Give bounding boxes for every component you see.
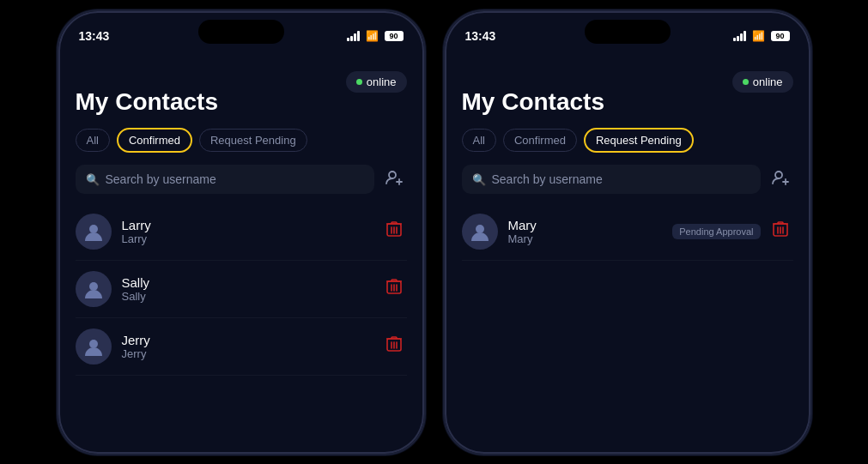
search-placeholder-2: Search by username — [492, 172, 603, 186]
online-text-2: online — [753, 75, 783, 88]
battery-1: 90 — [385, 31, 404, 41]
online-text-1: online — [367, 75, 397, 88]
online-badge-1: online — [346, 71, 407, 93]
wifi-icon-2: 📶 — [752, 30, 765, 42]
online-badge-2: online — [732, 71, 793, 93]
dynamic-island-2 — [585, 20, 671, 44]
tab-confirmed-1[interactable]: Confirmed — [117, 128, 192, 153]
pending-approval-badge: Pending Approval — [672, 224, 760, 239]
contact-info-jerry: Jerry Jerry — [122, 333, 381, 360]
svg-point-21 — [775, 172, 782, 178]
search-placeholder-1: Search by username — [106, 172, 216, 186]
online-dot-2 — [743, 79, 749, 85]
contact-name-jerry: Jerry — [122, 333, 381, 347]
battery-2: 90 — [771, 31, 790, 41]
delete-button-jerry[interactable] — [381, 332, 407, 360]
svg-point-24 — [476, 225, 484, 233]
signal-icon-1 — [347, 31, 360, 41]
page-content-2: My Contacts All Confirmed Request Pendin… — [445, 88, 810, 261]
contact-info-larry: Larry Larry — [122, 218, 381, 245]
avatar-mary — [462, 214, 498, 250]
page-content-1: My Contacts All Confirmed Request Pendin… — [58, 88, 424, 376]
search-icon-2: 🔍 — [472, 173, 486, 186]
time-1: 13:43 — [79, 29, 110, 43]
search-row-2: 🔍 Search by username — [462, 165, 793, 195]
contact-info-mary: Mary Mary — [508, 218, 673, 245]
add-contact-button-2[interactable] — [768, 165, 793, 195]
tab-pending-2[interactable]: Request Pending — [584, 128, 694, 153]
contact-list-2: Mary Mary Pending Approval — [462, 203, 793, 261]
contact-item-larry: Larry Larry — [76, 203, 407, 261]
wifi-icon-1: 📶 — [366, 30, 379, 42]
tab-confirmed-2[interactable]: Confirmed — [503, 129, 577, 152]
search-icon-1: 🔍 — [86, 173, 100, 186]
contact-info-sally: Sally Sally — [122, 275, 381, 303]
dynamic-island-1 — [198, 20, 284, 44]
online-dot-1 — [356, 79, 362, 85]
avatar-sally — [76, 271, 112, 307]
contact-item-sally: Sally Sally — [76, 261, 407, 318]
avatar-larry — [76, 214, 112, 250]
delete-button-sally[interactable] — [381, 274, 407, 303]
contact-username-mary: Mary — [508, 232, 673, 245]
search-row-1: 🔍 Search by username — [76, 165, 407, 195]
contact-name-larry: Larry — [122, 218, 381, 232]
tab-all-1[interactable]: All — [76, 129, 110, 152]
contact-name-sally: Sally — [122, 275, 381, 290]
svg-point-9 — [89, 282, 98, 291]
contact-item-mary: Mary Mary Pending Approval — [462, 203, 793, 261]
signal-icon-2 — [733, 31, 746, 41]
tabs-1: All Confirmed Request Pending — [76, 128, 407, 153]
search-box-2[interactable]: 🔍 Search by username — [462, 165, 761, 194]
search-box-1[interactable]: 🔍 Search by username — [76, 165, 374, 194]
contact-username-sally: Sally — [122, 290, 381, 303]
tab-all-2[interactable]: All — [462, 129, 496, 152]
svg-point-0 — [389, 172, 396, 178]
contact-name-mary: Mary — [508, 218, 673, 232]
contact-list-1: Larry Larry — [76, 203, 407, 376]
delete-button-larry[interactable] — [381, 217, 407, 245]
contact-item-jerry: Jerry Jerry — [76, 318, 407, 376]
svg-point-3 — [89, 225, 98, 233]
phone-1: 13:43 📶 90 online My Contacts — [57, 9, 426, 455]
tab-pending-1[interactable]: Request Pending — [199, 129, 307, 152]
svg-point-15 — [89, 340, 98, 348]
tabs-2: All Confirmed Request Pending — [462, 128, 793, 153]
status-icons-2: 📶 90 — [733, 30, 790, 42]
status-icons-1: 📶 90 — [347, 30, 404, 42]
contact-username-jerry: Jerry — [122, 347, 381, 360]
time-2: 13:43 — [465, 29, 496, 43]
phone-2: 13:43 📶 90 online My Contacts — [443, 9, 812, 455]
add-contact-button-1[interactable] — [381, 165, 407, 195]
delete-button-mary[interactable] — [768, 217, 793, 245]
phones-container: 13:43 📶 90 online My Contacts — [0, 0, 868, 464]
avatar-jerry — [76, 328, 112, 365]
contact-username-larry: Larry — [122, 232, 381, 245]
